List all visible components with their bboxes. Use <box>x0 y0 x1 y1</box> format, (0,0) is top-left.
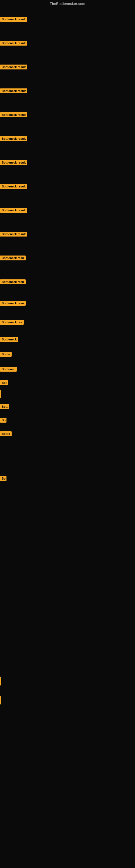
row-9: Bottleneck result <box>0 198 135 222</box>
row-18: Bot <box>0 376 135 389</box>
badge-3: Bottleneck result <box>0 65 27 69</box>
row-10: Bottleneck result <box>0 222 135 246</box>
badge-12: Bottleneck resu <box>0 279 26 284</box>
badge-14: Bottleneck res <box>0 320 24 325</box>
badge-8: Bottleneck result <box>0 184 27 189</box>
row-20: Bott <box>0 399 135 414</box>
row-22: Bottle <box>0 426 135 441</box>
row-5: Bottleneck result <box>0 103 135 127</box>
badge-5: Bottleneck result <box>0 112 27 117</box>
row-7: Bottleneck result <box>0 151 135 175</box>
badge-20: Bott <box>0 404 9 409</box>
badge-15: Bottleneck <box>0 337 18 342</box>
row-2: Bottleneck result <box>0 31 135 55</box>
spacer-1 <box>0 441 135 471</box>
row-1: Bottleneck result <box>0 7 135 31</box>
row-11: Bottleneck resu <box>0 246 135 270</box>
badge-13: Bottleneck resu <box>0 301 26 306</box>
badge-9: Bottleneck result <box>0 208 27 213</box>
row-bar <box>0 389 135 399</box>
badge-24: Bo <box>0 476 6 481</box>
badge-4: Bottleneck result <box>0 88 27 93</box>
row-15: Bottleneck <box>0 332 135 347</box>
site-title: TheBottlenecker.com <box>0 0 135 7</box>
badge-10: Bottleneck result <box>0 231 27 237</box>
badge-17: Bottlenec <box>0 367 17 372</box>
row-6: Bottleneck result <box>0 127 135 151</box>
badge-16: Bottle <box>0 352 12 357</box>
badge-7: Bottleneck result <box>0 160 27 165</box>
spacer-3 <box>0 527 135 581</box>
row-17: Bottlenec <box>0 362 135 376</box>
row-13: Bottleneck resu <box>0 294 135 313</box>
row-12: Bottleneck resu <box>0 270 135 294</box>
row-14: Bottleneck res <box>0 313 135 332</box>
spacer-4 <box>0 581 135 621</box>
spacer-5 <box>0 621 135 676</box>
bottom-bar-row-2 <box>0 695 135 706</box>
badge-18: Bot <box>0 380 8 385</box>
spacer-2 <box>0 486 135 527</box>
vertical-bar-3 <box>0 696 1 705</box>
badge-2: Bottleneck result <box>0 41 27 45</box>
badge-1: Bottleneck result <box>0 17 27 22</box>
badge-22: Bottle <box>0 431 12 436</box>
vertical-bar-1 <box>0 390 1 398</box>
row-16: Bottle <box>0 347 135 362</box>
badge-11: Bottleneck resu <box>0 255 26 260</box>
badge-6: Bottleneck result <box>0 136 27 141</box>
row-21: Bo <box>0 414 135 426</box>
row-24: Bo <box>0 471 135 486</box>
spacer-6 <box>0 686 135 695</box>
vertical-bar-2 <box>0 677 1 685</box>
row-4: Bottleneck result <box>0 79 135 103</box>
badge-21: Bo <box>0 418 6 423</box>
bottom-bar-row-1 <box>0 676 135 686</box>
row-3: Bottleneck result <box>0 55 135 79</box>
row-8: Bottleneck result <box>0 175 135 198</box>
